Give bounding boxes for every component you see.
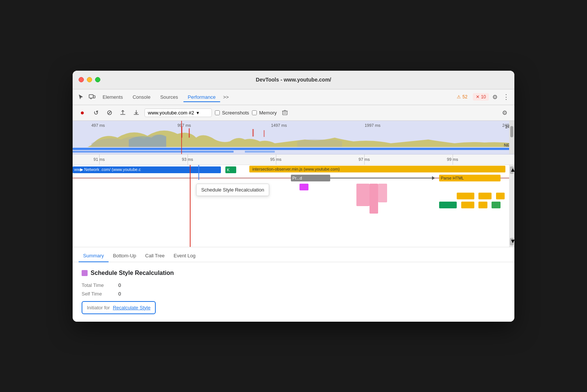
- screenshots-checkbox-group[interactable]: Screenshots: [215, 110, 249, 116]
- warning-count: 52: [462, 94, 467, 99]
- more-options-icon[interactable]: ⋮: [501, 92, 511, 102]
- total-time-row: Total Time 0: [82, 282, 505, 288]
- clear-button[interactable]: ⊘: [104, 107, 115, 118]
- memory-label: Memory: [259, 110, 277, 116]
- self-time-label: Self Time: [82, 291, 115, 297]
- initiator-link[interactable]: Recalculate Style: [113, 305, 150, 310]
- tooltip-text: Schedule Style Recalculation: [201, 187, 264, 193]
- green-bar-2[interactable]: [492, 202, 500, 208]
- traffic-lights: [79, 77, 100, 82]
- tabs-more-button[interactable]: >>: [221, 93, 231, 101]
- yellow-bar-r1[interactable]: [457, 193, 474, 199]
- event-color-swatch: [82, 270, 88, 276]
- settings-gear-icon[interactable]: ⚙: [490, 92, 500, 102]
- summary-content: Schedule Style Recalculation Total Time …: [73, 262, 514, 322]
- error-icon: ✕: [476, 94, 480, 99]
- flamechart-scroll-down[interactable]: ▼: [510, 238, 514, 245]
- record-button[interactable]: ●: [77, 107, 88, 118]
- yellow-bar-2[interactable]: [461, 202, 474, 208]
- devtools-window: DevTools - www.youtube.com/ Elements Con…: [73, 71, 514, 322]
- performance-toolbar: ● ↺ ⊘ www.youtube.com #2 ▾ Screenshots M…: [73, 105, 514, 121]
- tab-performance[interactable]: Performance: [183, 92, 220, 102]
- initiator-section: Initiator for Recalculate Style: [82, 300, 505, 314]
- intersection-observer-bar[interactable]: intersection-observer.min.js (www.youtub…: [249, 166, 505, 172]
- upload-button[interactable]: [118, 107, 128, 118]
- bottom-panel: Summary Bottom-Up Call Tree Event Log Sc…: [73, 247, 514, 322]
- svg-rect-9: [264, 130, 265, 137]
- trash-icon[interactable]: [280, 107, 290, 118]
- total-time-label: Total Time: [82, 282, 115, 288]
- parse-html-bar[interactable]: Parse HTML: [439, 175, 500, 181]
- yellow-bar-r2[interactable]: [478, 193, 492, 199]
- svg-rect-1: [93, 96, 95, 98]
- svg-rect-12: [245, 151, 275, 153]
- bottom-tabs: Summary Bottom-Up Call Tree Event Log: [73, 247, 514, 262]
- dropdown-arrow-icon: ▾: [197, 110, 199, 116]
- total-time-value: 0: [118, 282, 121, 288]
- screenshots-label: Screenshots: [222, 110, 249, 116]
- error-count: 10: [481, 94, 486, 99]
- pink-cluster-3[interactable]: [378, 184, 387, 202]
- memory-checkbox-group[interactable]: Memory: [252, 110, 277, 116]
- tab-bottom-up[interactable]: Bottom-Up: [109, 250, 141, 262]
- flamechart-tooltip: Schedule Style Recalculation: [196, 184, 269, 196]
- minimize-button[interactable]: [87, 77, 92, 82]
- time-ruler: 91 ms 93 ms 95 ms 97 ms 99 ms: [73, 154, 514, 165]
- initiator-row[interactable]: Initiator for Recalculate Style: [82, 301, 156, 314]
- maximize-button[interactable]: [95, 77, 100, 82]
- screenshots-checkbox[interactable]: [215, 110, 220, 115]
- yellow-bar-3[interactable]: [478, 202, 487, 208]
- tab-event-log[interactable]: Event Log: [169, 250, 200, 262]
- tab-summary[interactable]: Summary: [79, 250, 109, 262]
- svg-rect-10: [73, 148, 514, 150]
- k-bar[interactable]: K: [225, 166, 236, 173]
- svg-rect-11: [73, 151, 234, 153]
- window-title: DevTools - www.youtube.com/: [256, 77, 331, 83]
- close-button[interactable]: [79, 77, 84, 82]
- flamechart[interactable]: ww▶ Network .com/ (www.youtube.c K inter…: [73, 165, 514, 247]
- yellow-bar-r3[interactable]: [496, 193, 505, 199]
- initiator-label: Initiator for: [87, 305, 110, 310]
- timeline-overview[interactable]: 497 ms 997 ms 1497 ms 1997 ms 249 249 NE…: [73, 121, 514, 154]
- flamechart-row-2: Pr...d Parse HTML: [73, 175, 509, 181]
- timeline-svg: [73, 121, 514, 154]
- reload-record-button[interactable]: ↺: [91, 107, 101, 118]
- tab-call-tree[interactable]: Call Tree: [141, 250, 169, 262]
- tab-elements[interactable]: Elements: [98, 92, 127, 102]
- svg-rect-0: [89, 95, 93, 98]
- error-badge[interactable]: ✕ 10: [473, 93, 489, 101]
- overview-time-1: 497 ms: [91, 123, 105, 128]
- purple-bar-1[interactable]: [299, 184, 308, 190]
- warning-icon: ⚠: [457, 94, 461, 99]
- overview-time-2: 997 ms: [177, 123, 191, 128]
- flamechart-marker: [190, 165, 191, 247]
- overview-scrollbar[interactable]: [509, 121, 514, 154]
- url-selector[interactable]: www.youtube.com #2 ▾: [145, 108, 212, 117]
- prd-bar[interactable]: Pr...d: [291, 175, 330, 181]
- blue-marker: [198, 165, 199, 180]
- flamechart-scrollbar[interactable]: ▲ ▼: [509, 165, 514, 247]
- self-time-value: 0: [118, 291, 121, 297]
- memory-checkbox[interactable]: [252, 110, 257, 115]
- green-bar-1[interactable]: [439, 202, 457, 208]
- scrollbar-thumb[interactable]: [510, 126, 513, 137]
- self-time-row: Self Time 0: [82, 291, 505, 297]
- event-title-text: Schedule Style Recalculation: [91, 270, 174, 276]
- download-button[interactable]: [131, 107, 142, 118]
- event-title-row: Schedule Style Recalculation: [82, 270, 505, 276]
- tab-sources[interactable]: Sources: [156, 92, 183, 102]
- warning-badge[interactable]: ⚠ 52: [454, 93, 470, 101]
- cursor-icon[interactable]: [76, 92, 86, 102]
- svg-rect-8: [252, 129, 254, 137]
- arrow-element: [330, 177, 435, 179]
- overview-time-4: 1997 ms: [365, 123, 380, 128]
- flamechart-scroll-up[interactable]: ▲: [510, 166, 514, 174]
- titlebar: DevTools - www.youtube.com/: [73, 71, 514, 89]
- svg-rect-3: [283, 111, 287, 115]
- marker-line: [181, 121, 182, 154]
- tab-console[interactable]: Console: [128, 92, 155, 102]
- pink-cluster-2[interactable]: [369, 184, 378, 214]
- responsive-icon[interactable]: [87, 92, 97, 102]
- performance-settings-icon[interactable]: ⚙: [499, 107, 510, 118]
- pink-cluster-1[interactable]: [356, 184, 369, 206]
